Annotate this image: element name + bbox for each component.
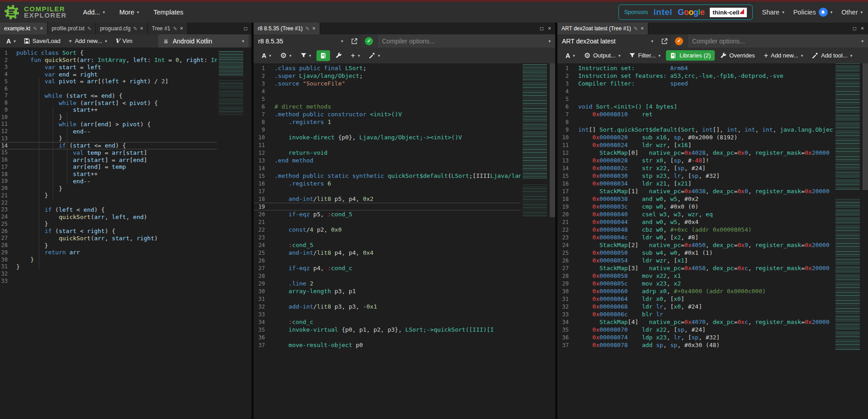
source-code-editor[interactable]: 1public class Sort {2 fun quickSort(arr:… [0,48,251,419]
maximize-icon[interactable]: □ [540,25,543,32]
code-line[interactable]: 7.method public constructor <init>()V [254,110,555,118]
code-line[interactable]: 6 [0,85,251,92]
menu-policies[interactable]: Policies ▾ [793,8,833,17]
add-tool-button[interactable]: Add tool... ▾ [808,51,856,60]
code-line[interactable]: 20 if-eqz p5, :cond_5 [254,210,555,218]
close-icon[interactable]: × [548,25,551,32]
code-line[interactable]: 10 invoke-direct {p0}, Ljava/lang/Object… [254,133,555,141]
edit-icon[interactable]: ✎ [87,26,91,32]
add-new-button[interactable]: + Add new... ▾ [760,51,807,61]
libraries-button[interactable] [316,50,330,61]
close-icon[interactable]: × [40,25,43,32]
compile-status-badge[interactable]: ✓ [671,34,687,48]
libraries-button[interactable]: Libraries (2) [666,50,715,61]
compiler-options-input[interactable]: Compiler options... ▾ [688,34,868,48]
filter-button[interactable]: ▾ [297,52,315,59]
tab-art-dex2oat[interactable]: ART dex2oat latest (Tree #1) ✎ × [557,23,648,34]
tab-tree-1[interactable]: Tree #1 ✎ × [148,23,188,34]
code-line[interactable]: 19 end-- [0,178,251,185]
code-line[interactable]: 37 move-result-object p0 [254,341,555,349]
code-line[interactable]: 7 0x00008010 ret [557,110,868,118]
add-tool-button[interactable]: ▾ [365,52,384,60]
tab-r8[interactable]: r8 8.5.35 (Tree #1) ✎ × [254,23,320,34]
code-line[interactable]: 18 start++ [0,171,251,178]
code-line[interactable]: 12 end-- [0,128,251,135]
think-cell-logo[interactable]: think-cell [710,8,747,17]
code-line[interactable]: 22 const/4 p2, 0x0 [254,226,555,233]
art-minimap[interactable] [834,63,862,419]
code-line[interactable]: 23 if (left < end) { [0,206,251,214]
code-line[interactable]: 1Instruction set: Arm64 [557,64,868,72]
code-line[interactable]: 30 } [0,256,251,263]
code-line[interactable]: 32 add-int/lit8 p3, p3, -0x1 [254,303,555,310]
compiler-select[interactable]: r8 8.5.35 ▾ [254,34,348,48]
code-line[interactable]: 28 0x00008058 mov x22, x1 [557,272,868,280]
code-line[interactable]: 16 arr[start] = arr[end] [0,156,251,163]
code-line[interactable]: 4 [254,87,555,95]
code-line[interactable]: 35 invoke-virtual {p0, p1, p2, p3}, LSor… [254,326,555,333]
compiler-select[interactable]: ART dex2oat latest ▾ [557,34,658,48]
art-scrollbar[interactable] [863,63,868,190]
code-line[interactable]: 14 0x0000802c str x22, [sp, #24] [557,164,868,172]
code-line[interactable]: 15.method public static synthetic quickS… [254,172,555,180]
code-line[interactable]: 17 arr[end] = temp [0,163,251,171]
code-line[interactable]: 25 } [0,220,251,228]
close-icon[interactable]: × [641,25,644,32]
code-line[interactable]: 10 } [0,114,251,121]
overrides-button[interactable] [332,52,345,60]
tab-profile-prof-txt[interactable]: profile.prof.txt ✎ [47,23,96,34]
code-line[interactable]: 4 var end = right [0,71,251,78]
output-button[interactable]: ⚙ ▾ [277,50,295,61]
code-line[interactable]: 25 0x00008050 sub w4, w0, #0x1 (1) [557,249,868,257]
code-line[interactable]: 33 [0,277,251,285]
code-line[interactable]: 29 .line 2 [254,280,555,287]
maximize-icon[interactable]: □ [244,25,247,32]
code-line[interactable]: 12 return-void [254,149,555,157]
code-line[interactable]: 36 0x00008074 ldp x23, lr, [sp, #32] [557,333,868,341]
edit-icon[interactable]: ✎ [133,26,137,32]
code-line[interactable]: 10 0x00008020 sub x16, sp, #0x2000 (8192… [557,133,868,141]
code-line[interactable]: 9 start++ [0,106,251,114]
add-new-button[interactable]: + Add new... ▾ [65,37,111,45]
code-line[interactable]: 31 0x00008064 ldr x0, [x0] [557,295,868,303]
code-line[interactable]: 36 [254,333,555,341]
code-line[interactable]: 26 if (start < right) { [0,228,251,235]
code-line[interactable]: 34 StackMap[4] native_pc=0x4070, dex_pc=… [557,318,868,326]
tab-proguard-cfg[interactable]: proguard.cfg ✎ × [96,23,148,34]
code-line[interactable]: 27 StackMap[3] native_pc=0x4058, dex_pc=… [557,264,868,272]
code-line[interactable]: 3 var start = left [0,64,251,71]
overrides-button[interactable]: Overrides [717,51,758,60]
code-line[interactable]: 5 val pivot = arr[(left + right) / 2] [0,78,251,85]
code-line[interactable]: 21 [254,218,555,226]
r8-scrollbar[interactable] [550,63,555,217]
close-icon[interactable]: × [312,25,316,32]
code-line[interactable]: 22 0x00008048 cbz w0, #+0xc (addr 0x0000… [557,226,868,233]
code-line[interactable]: 30 array-length p3, p1 [254,287,555,295]
vim-toggle-button[interactable]: V Vim [112,37,136,45]
code-line[interactable]: 20 0x00008040 csel w3, w3, wzr, eq [557,210,868,218]
code-line[interactable]: 16 0x00008034 ldr x21, [x21] [557,180,868,187]
code-line[interactable]: 8 .registers 1 [254,118,555,126]
code-line[interactable]: 17 [254,187,555,195]
add-new-button[interactable]: + ▾ [347,51,363,61]
code-line[interactable]: 8 while (arr[start] < pivot) { [0,99,251,106]
code-line[interactable]: 29 0x0000805c mov x23, x2 [557,280,868,287]
code-line[interactable]: 23 [254,233,555,241]
code-line[interactable]: 21 0x00008044 and w0, w5, #0x4 [557,218,868,226]
menu-templates[interactable]: Templates [154,9,184,16]
compiler-explorer-logo[interactable]: COMPILER EXPLORER [0,4,73,20]
code-line[interactable]: 35 0x00008070 ldr x22, [sp, #24] [557,326,868,333]
code-line[interactable]: 9 [254,126,555,133]
code-line[interactable]: 4 [557,87,868,95]
output-button[interactable]: ⚙ Output... ▾ [580,50,624,61]
intel-logo[interactable]: intel [654,7,673,17]
code-line[interactable]: 11 while (arr[end] > pivot) { [0,121,251,128]
edit-icon[interactable]: ✎ [634,26,638,32]
code-line[interactable]: 5 [557,95,868,103]
code-line[interactable]: 19 [254,203,555,210]
code-line[interactable]: 18 and-int/lit8 p5, p4, 0x2 [254,195,555,203]
code-line[interactable]: 32 0x00008068 ldr lr, [x0, #24] [557,303,868,310]
code-line[interactable]: 9int[] Sort.quickSort$default(Sort, int[… [557,126,868,133]
save-load-button[interactable]: Save/Load [20,37,64,45]
code-line[interactable]: 24 quickSort(arr, left, end) [0,213,251,220]
